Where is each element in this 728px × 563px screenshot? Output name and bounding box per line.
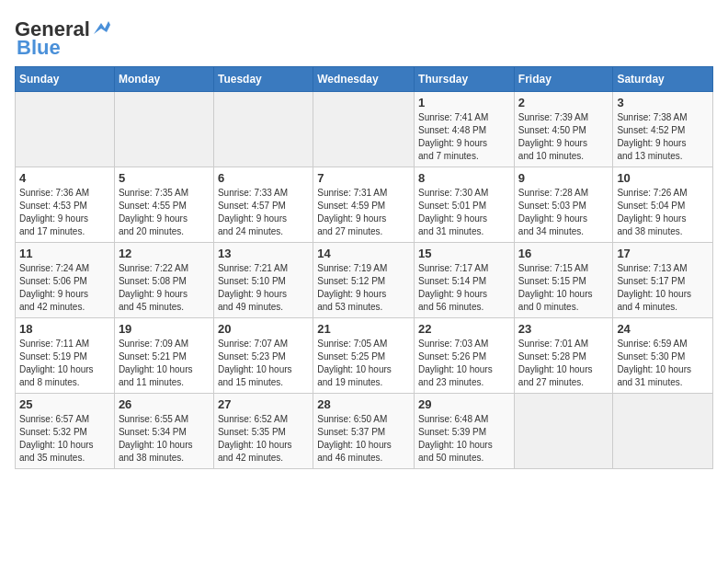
day-number: 22 (418, 322, 510, 336)
calendar-cell: 2Sunrise: 7:39 AM Sunset: 4:50 PM Daylig… (514, 92, 613, 167)
day-info: Sunrise: 7:09 AM Sunset: 5:21 PM Dayligh… (119, 338, 210, 389)
calendar-cell (313, 92, 415, 167)
calendar-cell: 20Sunrise: 7:07 AM Sunset: 5:23 PM Dayli… (213, 318, 313, 394)
day-number: 11 (19, 247, 110, 260)
column-header-tuesday: Tuesday (213, 67, 313, 92)
calendar-cell: 10Sunrise: 7:26 AM Sunset: 5:04 PM Dayli… (613, 167, 713, 243)
day-info: Sunrise: 7:24 AM Sunset: 5:06 PM Dayligh… (19, 262, 110, 314)
day-info: Sunrise: 7:17 AM Sunset: 5:14 PM Dayligh… (418, 262, 510, 314)
calendar-cell: 17Sunrise: 7:13 AM Sunset: 5:17 PM Dayli… (613, 243, 713, 318)
day-number: 19 (119, 322, 210, 336)
day-info: Sunrise: 7:26 AM Sunset: 5:04 PM Dayligh… (617, 187, 709, 238)
calendar-cell: 18Sunrise: 7:11 AM Sunset: 5:19 PM Dayli… (16, 318, 115, 394)
day-info: Sunrise: 7:11 AM Sunset: 5:19 PM Dayligh… (19, 338, 110, 389)
svg-marker-0 (94, 21, 110, 34)
day-info: Sunrise: 6:59 AM Sunset: 5:30 PM Dayligh… (617, 338, 709, 389)
day-number: 17 (617, 247, 709, 260)
calendar-header-row: SundayMondayTuesdayWednesdayThursdayFrid… (16, 67, 713, 92)
day-number: 13 (218, 247, 309, 260)
day-number: 26 (119, 397, 210, 411)
day-number: 15 (418, 247, 510, 260)
day-number: 10 (617, 171, 709, 185)
day-number: 27 (218, 397, 309, 411)
day-number: 21 (317, 322, 410, 336)
day-number: 6 (218, 171, 309, 185)
calendar-cell (514, 394, 613, 469)
day-number: 23 (518, 322, 609, 336)
calendar-week-row: 4Sunrise: 7:36 AM Sunset: 4:53 PM Daylig… (16, 167, 713, 243)
calendar-cell: 5Sunrise: 7:35 AM Sunset: 4:55 PM Daylig… (114, 167, 213, 243)
day-info: Sunrise: 7:31 AM Sunset: 4:59 PM Dayligh… (317, 187, 410, 238)
day-info: Sunrise: 7:30 AM Sunset: 5:01 PM Dayligh… (418, 187, 510, 238)
day-info: Sunrise: 7:36 AM Sunset: 4:53 PM Dayligh… (19, 187, 110, 238)
column-header-monday: Monday (114, 67, 213, 92)
calendar-cell: 8Sunrise: 7:30 AM Sunset: 5:01 PM Daylig… (415, 167, 515, 243)
day-info: Sunrise: 7:33 AM Sunset: 4:57 PM Dayligh… (218, 187, 309, 238)
column-header-sunday: Sunday (16, 67, 115, 92)
day-info: Sunrise: 7:01 AM Sunset: 5:28 PM Dayligh… (518, 338, 609, 389)
day-info: Sunrise: 6:48 AM Sunset: 5:39 PM Dayligh… (418, 413, 510, 465)
calendar-cell: 16Sunrise: 7:15 AM Sunset: 5:15 PM Dayli… (514, 243, 613, 318)
day-number: 14 (317, 247, 410, 260)
column-header-thursday: Thursday (415, 67, 515, 92)
calendar-cell: 13Sunrise: 7:21 AM Sunset: 5:10 PM Dayli… (213, 243, 313, 318)
day-number: 9 (518, 171, 609, 185)
calendar-cell: 22Sunrise: 7:03 AM Sunset: 5:26 PM Dayli… (415, 318, 515, 394)
day-number: 8 (418, 171, 510, 185)
day-info: Sunrise: 7:35 AM Sunset: 4:55 PM Dayligh… (119, 187, 210, 238)
day-info: Sunrise: 7:03 AM Sunset: 5:26 PM Dayligh… (418, 338, 510, 389)
day-info: Sunrise: 6:52 AM Sunset: 5:35 PM Dayligh… (218, 413, 309, 465)
calendar-cell: 24Sunrise: 6:59 AM Sunset: 5:30 PM Dayli… (613, 318, 713, 394)
day-number: 20 (218, 322, 309, 336)
logo-text-blue: Blue (17, 37, 61, 59)
day-info: Sunrise: 7:38 AM Sunset: 4:52 PM Dayligh… (617, 111, 709, 163)
header: General Blue (15, 15, 713, 59)
calendar-cell (16, 92, 115, 167)
calendar-cell: 27Sunrise: 6:52 AM Sunset: 5:35 PM Dayli… (213, 394, 313, 469)
column-header-wednesday: Wednesday (313, 67, 415, 92)
day-number: 2 (518, 96, 609, 109)
calendar-week-row: 1Sunrise: 7:41 AM Sunset: 4:48 PM Daylig… (16, 92, 713, 167)
day-info: Sunrise: 7:28 AM Sunset: 5:03 PM Dayligh… (518, 187, 609, 238)
calendar-cell (613, 394, 713, 469)
calendar-week-row: 18Sunrise: 7:11 AM Sunset: 5:19 PM Dayli… (16, 318, 713, 394)
calendar-cell: 28Sunrise: 6:50 AM Sunset: 5:37 PM Dayli… (313, 394, 415, 469)
calendar-cell: 9Sunrise: 7:28 AM Sunset: 5:03 PM Daylig… (514, 167, 613, 243)
calendar-cell: 12Sunrise: 7:22 AM Sunset: 5:08 PM Dayli… (114, 243, 213, 318)
day-number: 4 (19, 171, 110, 185)
calendar-cell: 14Sunrise: 7:19 AM Sunset: 5:12 PM Dayli… (313, 243, 415, 318)
day-number: 25 (19, 397, 110, 411)
calendar-cell: 25Sunrise: 6:57 AM Sunset: 5:32 PM Dayli… (16, 394, 115, 469)
logo: General Blue (15, 18, 112, 59)
day-number: 3 (617, 96, 709, 109)
day-number: 24 (617, 322, 709, 336)
day-info: Sunrise: 6:50 AM Sunset: 5:37 PM Dayligh… (317, 413, 410, 465)
day-info: Sunrise: 7:19 AM Sunset: 5:12 PM Dayligh… (317, 262, 410, 314)
day-number: 5 (119, 171, 210, 185)
day-number: 29 (418, 397, 510, 411)
day-info: Sunrise: 7:15 AM Sunset: 5:15 PM Dayligh… (518, 262, 609, 314)
calendar-week-row: 11Sunrise: 7:24 AM Sunset: 5:06 PM Dayli… (16, 243, 713, 318)
calendar-cell: 7Sunrise: 7:31 AM Sunset: 4:59 PM Daylig… (313, 167, 415, 243)
day-info: Sunrise: 7:39 AM Sunset: 4:50 PM Dayligh… (518, 111, 609, 163)
calendar-cell: 15Sunrise: 7:17 AM Sunset: 5:14 PM Dayli… (415, 243, 515, 318)
calendar-cell: 6Sunrise: 7:33 AM Sunset: 4:57 PM Daylig… (213, 167, 313, 243)
calendar-cell: 23Sunrise: 7:01 AM Sunset: 5:28 PM Dayli… (514, 318, 613, 394)
calendar-cell (114, 92, 213, 167)
day-number: 7 (317, 171, 410, 185)
day-info: Sunrise: 7:05 AM Sunset: 5:25 PM Dayligh… (317, 338, 410, 389)
calendar-cell: 1Sunrise: 7:41 AM Sunset: 4:48 PM Daylig… (415, 92, 515, 167)
calendar-cell: 21Sunrise: 7:05 AM Sunset: 5:25 PM Dayli… (313, 318, 415, 394)
calendar-table: SundayMondayTuesdayWednesdayThursdayFrid… (15, 66, 713, 469)
day-number: 16 (518, 247, 609, 260)
day-info: Sunrise: 7:21 AM Sunset: 5:10 PM Dayligh… (218, 262, 309, 314)
day-info: Sunrise: 6:57 AM Sunset: 5:32 PM Dayligh… (19, 413, 110, 465)
calendar-cell: 11Sunrise: 7:24 AM Sunset: 5:06 PM Dayli… (16, 243, 115, 318)
day-info: Sunrise: 7:22 AM Sunset: 5:08 PM Dayligh… (119, 262, 210, 314)
calendar-cell: 26Sunrise: 6:55 AM Sunset: 5:34 PM Dayli… (114, 394, 213, 469)
calendar-week-row: 25Sunrise: 6:57 AM Sunset: 5:32 PM Dayli… (16, 394, 713, 469)
day-info: Sunrise: 7:13 AM Sunset: 5:17 PM Dayligh… (617, 262, 709, 314)
calendar-cell: 3Sunrise: 7:38 AM Sunset: 4:52 PM Daylig… (613, 92, 713, 167)
day-number: 18 (19, 322, 110, 336)
day-info: Sunrise: 6:55 AM Sunset: 5:34 PM Dayligh… (119, 413, 210, 465)
